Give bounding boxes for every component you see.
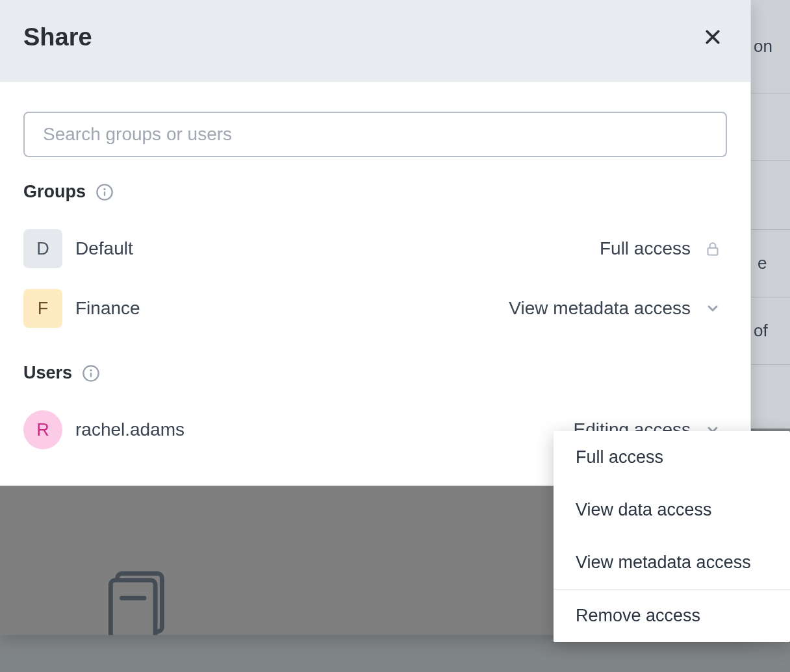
avatar-initial: F — [38, 299, 49, 319]
bg-row — [751, 365, 790, 425]
background-panel: on e of — [751, 0, 790, 429]
svg-point-1 — [103, 188, 105, 190]
modal-title: Share — [23, 23, 92, 51]
dropdown-option-view-data[interactable]: View data access — [554, 484, 790, 536]
groups-label: Groups — [23, 182, 86, 202]
bg-fragment: on — [754, 36, 772, 56]
group-name: Finance — [75, 298, 496, 319]
bg-row: on — [751, 0, 790, 93]
svg-rect-6 — [90, 372, 92, 377]
search-input[interactable] — [23, 112, 727, 157]
access-dropdown[interactable]: View metadata access — [509, 298, 722, 319]
avatar: D — [23, 229, 62, 268]
svg-rect-8 — [110, 580, 155, 635]
close-icon — [703, 27, 722, 47]
close-button[interactable] — [698, 23, 727, 51]
bg-row: of — [751, 297, 790, 365]
access-dropdown-menu: Full access View data access View metada… — [554, 431, 790, 642]
modal-body: Groups D Default Full access F Finance V… — [0, 82, 750, 486]
svg-point-5 — [90, 369, 92, 371]
dropdown-option-remove[interactable]: Remove access — [554, 590, 790, 642]
bg-row — [751, 161, 790, 230]
avatar-initial: R — [36, 420, 49, 440]
access-label: View metadata access — [509, 298, 691, 319]
user-name: rachel.adams — [75, 419, 560, 440]
dropdown-option-full[interactable]: Full access — [554, 431, 790, 484]
group-row-default: D Default Full access — [23, 219, 727, 279]
lock-icon — [704, 240, 722, 258]
users-section-header: Users — [23, 363, 727, 383]
bg-row — [751, 93, 790, 161]
avatar: R — [23, 410, 62, 449]
info-icon[interactable] — [95, 182, 114, 202]
dropdown-option-view-metadata[interactable]: View metadata access — [554, 536, 790, 589]
bg-fragment: e — [754, 253, 767, 273]
groups-section-header: Groups — [23, 182, 727, 202]
document-icon — [104, 570, 175, 635]
info-icon[interactable] — [81, 364, 101, 383]
bg-fragment: of — [754, 321, 768, 341]
access-label: Full access — [600, 238, 691, 259]
svg-rect-2 — [104, 191, 105, 195]
modal-header: Share — [0, 0, 750, 82]
users-label: Users — [23, 363, 72, 383]
chevron-down-icon — [704, 299, 722, 317]
access-control: Full access — [600, 238, 722, 259]
svg-rect-3 — [707, 248, 717, 255]
group-row-finance: F Finance View metadata access — [23, 279, 727, 338]
avatar: F — [23, 289, 62, 328]
group-name: Default — [75, 238, 587, 259]
avatar-initial: D — [36, 239, 49, 259]
bg-row: e — [751, 230, 790, 297]
